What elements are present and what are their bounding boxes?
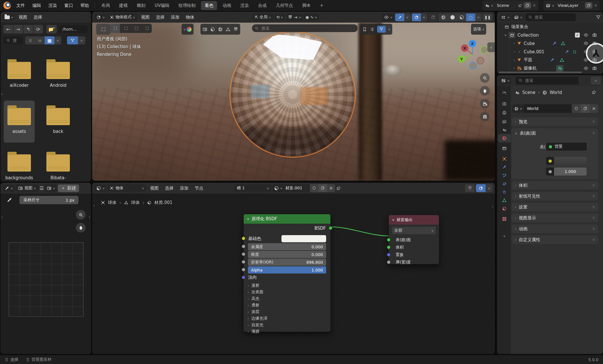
viewlayer-selector[interactable]: ∨ ViewLayer ✕ xyxy=(543,1,600,11)
base-color-swatch[interactable] xyxy=(281,235,326,242)
brush-dropdown[interactable]: ∨ xyxy=(182,24,194,35)
expand-icon[interactable]: › xyxy=(513,58,515,62)
browse-world-dropdown[interactable]: ∨ xyxy=(512,104,524,113)
shading-dropdown[interactable]: ∨ xyxy=(475,13,482,21)
metallic-slider[interactable]: 金属度0.000 xyxy=(248,243,326,250)
base-color-socket[interactable] xyxy=(242,237,245,240)
axis-minus-x-ball[interactable] xyxy=(477,57,484,64)
pause-render-button[interactable]: ❚❚ xyxy=(483,13,492,21)
new-viewlayer-button[interactable] xyxy=(585,2,592,9)
tab-object[interactable] xyxy=(498,155,511,163)
data-dot-icon[interactable] xyxy=(573,51,576,53)
up-button[interactable]: ↰ xyxy=(23,25,33,34)
mesh-data-icon[interactable] xyxy=(559,58,564,62)
metallic-socket[interactable] xyxy=(242,245,245,248)
breadcrumb-material[interactable]: 材质.001 xyxy=(154,200,172,205)
panel-settings[interactable]: ›设置⠿ xyxy=(512,203,598,211)
collection-row[interactable]: ∨ Collection ✓ xyxy=(497,31,603,39)
sidebar-toggle-tab[interactable]: ‹ xyxy=(487,42,495,52)
overlays-toggle[interactable] xyxy=(412,13,421,21)
folder-tile[interactable]: back xyxy=(43,101,74,143)
outliner-search-input[interactable] xyxy=(534,15,573,20)
shader-menu-view[interactable]: 视图 xyxy=(147,184,161,192)
axis-y-ball[interactable]: Y xyxy=(458,55,465,63)
pin-icon[interactable] xyxy=(336,186,341,191)
breadcrumb-mesh[interactable]: 球体 xyxy=(131,200,140,205)
alpha-socket[interactable] xyxy=(242,268,245,271)
add-workspace-button[interactable]: + xyxy=(316,1,327,10)
shader-menu-add[interactable]: 添加 xyxy=(177,184,191,192)
output-target-dropdown[interactable]: 全部∨ xyxy=(392,227,436,234)
editor-type-image[interactable]: ∨ xyxy=(3,185,15,192)
overlays-dropdown[interactable]: ∨ xyxy=(421,13,427,21)
active-tool-box-select[interactable] xyxy=(96,24,111,35)
proportional-editing-dropdown[interactable]: ◉ ∿∨ xyxy=(304,14,319,21)
copy-material-button[interactable] xyxy=(318,184,327,192)
region-toggle-arrow[interactable]: ‹ xyxy=(492,204,493,209)
axis-minus-z-ball[interactable] xyxy=(469,62,477,69)
select-mode-set[interactable] xyxy=(111,24,120,33)
tab-sculpting[interactable]: 雕刻 xyxy=(133,1,149,10)
camera-visibility-icon[interactable] xyxy=(592,66,597,71)
horizontal-list-view-button[interactable] xyxy=(35,36,45,44)
tab-world[interactable] xyxy=(498,134,511,142)
expand-icon[interactable]: › xyxy=(513,67,515,70)
new-image-button[interactable]: ＋ 新建 xyxy=(58,184,79,192)
material-output-node[interactable]: ∨材质输出 全部∨ 表(曲)面 体积 置换 厚(宽)度 xyxy=(389,215,439,264)
remove-viewlayer-icon[interactable]: ✕ xyxy=(594,3,597,8)
sphere-icon[interactable] xyxy=(210,27,215,32)
selected-sphere-object[interactable] xyxy=(231,33,354,156)
menu-file[interactable]: 文件 xyxy=(14,2,27,9)
sample-size-slider[interactable]: 采样尺寸 1 px xyxy=(19,196,78,204)
region-toggle-arrow[interactable]: ‹ xyxy=(89,215,90,219)
hide-eye-icon[interactable] xyxy=(584,66,588,71)
scene-selector[interactable]: ∨ Scene ✕ xyxy=(482,1,538,11)
unlink-scene-icon[interactable]: ✕ xyxy=(533,3,536,8)
folder-tile[interactable]: Bibata- xyxy=(43,147,74,182)
section-sheen[interactable]: ›边缘光泽 xyxy=(248,316,267,321)
region-toggle-arrow[interactable]: › xyxy=(1,215,3,219)
select-mode-extend[interactable] xyxy=(121,24,131,33)
menu-edit[interactable]: 编辑 xyxy=(30,2,44,9)
menu-help[interactable]: 帮助 xyxy=(78,2,92,9)
copy-world-button[interactable] xyxy=(581,104,590,113)
world-color-swatch[interactable] xyxy=(554,157,587,165)
tab-uv-editing[interactable]: UV编辑 xyxy=(151,1,173,10)
transform-orientation-dropdown[interactable]: ⇱ 全局∨ xyxy=(253,13,273,21)
section-subsurface[interactable]: ›次表面 xyxy=(248,290,263,295)
unlink-world-button[interactable]: ✕ xyxy=(590,104,598,113)
tool-options-dropdown[interactable]: 选项∨ xyxy=(471,24,486,35)
browse-material-dropdown[interactable]: ∨ xyxy=(272,186,284,191)
shader-type-dropdown[interactable]: 物体∨ xyxy=(107,184,146,192)
material-name-field[interactable]: 材质.001 xyxy=(284,186,310,191)
menu-window[interactable]: 窗口 xyxy=(62,2,76,9)
outliner-display-mode[interactable]: ∨ xyxy=(512,14,524,21)
tab-modifiers[interactable] xyxy=(498,163,511,171)
properties-options-dropdown[interactable]: ∨ xyxy=(591,77,601,84)
gizmos-dropdown[interactable]: ∨ xyxy=(404,13,411,21)
zoom-in-button[interactable] xyxy=(76,210,86,220)
hide-eye-icon[interactable] xyxy=(584,33,588,38)
tab-rendering[interactable]: 渲染 xyxy=(237,1,253,10)
folder-tile[interactable]: backgrounds xyxy=(4,147,35,182)
eyedropper-icon[interactable] xyxy=(6,197,13,203)
snap-group[interactable]: ⇥∨ xyxy=(286,14,303,21)
editor-type-outliner[interactable]: ∨ xyxy=(499,14,511,21)
tab-material[interactable] xyxy=(498,204,511,213)
tab-geometry-nodes[interactable]: 几何节点 xyxy=(272,1,297,10)
region-toggle-arrow[interactable]: › xyxy=(93,203,95,208)
properties-search[interactable] xyxy=(516,77,579,84)
shader-menu-select[interactable]: 选择 xyxy=(162,184,176,192)
panel-animation[interactable]: ›动画⠿ xyxy=(512,225,598,233)
section-thin-film[interactable]: ›薄膜 xyxy=(248,329,259,334)
editor-type-properties[interactable]: ∨ xyxy=(499,77,511,84)
panel-surface-header[interactable]: ∨表(曲)面⠿ xyxy=(512,128,598,136)
tab-constraints[interactable] xyxy=(498,188,511,196)
outliner-h-scrollbar[interactable] xyxy=(499,72,582,73)
section-diffuse[interactable]: ›漫射 xyxy=(248,283,259,288)
material-slot-dropdown[interactable]: 槽 1∨ xyxy=(234,184,271,192)
editor-type-3d-viewport[interactable]: ∨ xyxy=(94,14,106,21)
new-scene-button[interactable] xyxy=(524,2,531,9)
tab-shading[interactable]: 着色 xyxy=(201,1,217,10)
pin-id-icon[interactable] xyxy=(592,90,596,95)
